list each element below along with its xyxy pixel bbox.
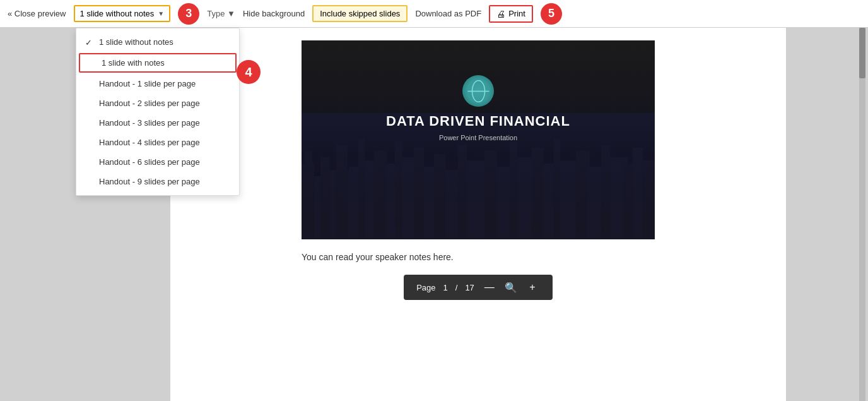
page-separator: / — [455, 283, 458, 292]
layout-type-button[interactable]: Type ▼ — [207, 9, 235, 18]
slide-layout-dropdown[interactable]: 1 slide without notes ▼ — [74, 5, 171, 22]
dropdown-item-7[interactable]: Handout - 6 slides per page — [76, 152, 239, 172]
dropdown-item-5[interactable]: Handout - 3 slides per page — [76, 113, 239, 133]
current-page: 1 — [443, 283, 448, 292]
page-prev-button[interactable]: — — [482, 280, 497, 295]
checkmark-icon: ✓ — [85, 37, 92, 47]
dropdown-item-8[interactable]: Handout - 9 slides per page — [76, 172, 239, 191]
close-preview-button[interactable]: Close preview — [8, 9, 66, 18]
slide-layout-menu: ✓ 1 slide without notes 1 slide with not… — [76, 28, 240, 196]
city-skyline — [302, 113, 655, 239]
page-bar: Page 1 / 17 — 🔍 + — [404, 275, 553, 300]
print-button[interactable]: 🖨 Print — [489, 5, 533, 23]
zoom-icon[interactable]: 🔍 — [505, 282, 517, 294]
svg-rect-34 — [302, 113, 655, 239]
slide-subtitle: Power Point Presentation — [439, 134, 517, 141]
page-label: Page — [416, 283, 435, 292]
slide-preview: DATA DRIVEN FINANCIAL Power Point Presen… — [302, 40, 655, 239]
dropdown-item-2[interactable]: 1 slide with notes — [79, 53, 237, 73]
annotation-badge-4: 4 — [237, 60, 261, 84]
content-area: DATA DRIVEN FINANCIAL Power Point Presen… — [170, 28, 786, 401]
slide-dropdown-value: 1 slide without notes — [80, 9, 155, 18]
download-pdf-button[interactable]: Download as PDF — [415, 9, 481, 18]
annotation-badge-5: 5 — [541, 3, 562, 25]
printer-icon: 🖨 — [496, 9, 505, 19]
toolbar: Close preview 1 slide without notes ▼ 3 … — [0, 0, 868, 28]
chevron-down-icon: ▼ — [158, 10, 164, 17]
speaker-notes: You can read your speaker notes here. — [302, 239, 655, 275]
slide-title: DATA DRIVEN FINANCIAL — [386, 113, 570, 129]
dropdown-item-4[interactable]: Handout - 2 slides per page — [76, 93, 239, 113]
dropdown-item-6[interactable]: Handout - 4 slides per page — [76, 133, 239, 152]
hide-background-button[interactable]: Hide background — [243, 9, 305, 18]
dropdown-item-3[interactable]: Handout - 1 slide per page — [76, 74, 239, 93]
annotation-badge-3: 3 — [178, 3, 199, 25]
print-label: Print — [508, 9, 525, 18]
slide-logo — [462, 75, 494, 107]
dropdown-item-1[interactable]: ✓ 1 slide without notes — [76, 32, 239, 52]
scrollbar-thumb[interactable] — [859, 28, 865, 78]
right-panel — [786, 28, 868, 401]
include-skipped-button[interactable]: Include skipped slides — [312, 5, 408, 22]
page-next-button[interactable]: + — [525, 280, 540, 295]
scrollbar-track — [859, 28, 865, 401]
total-pages: 17 — [465, 283, 474, 292]
